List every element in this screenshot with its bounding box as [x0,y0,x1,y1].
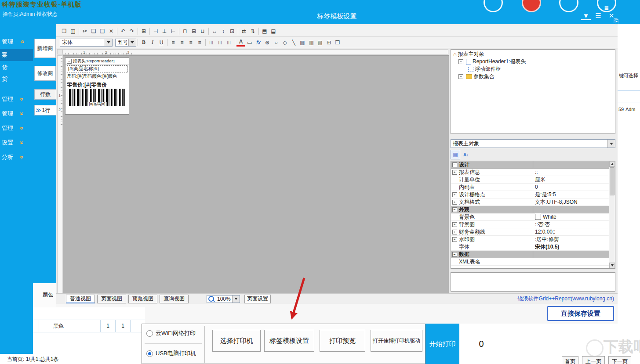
collapse-icon[interactable]: − [67,59,72,64]
radio-icon[interactable] [146,330,153,337]
expand-icon[interactable]: + [452,170,457,175]
sidebar-item-manage-4[interactable]: 管理 » [0,123,33,134]
select-printer-button[interactable]: 选择打印机 [212,330,261,352]
scrollbar-thumb[interactable] [610,167,615,195]
report-header-band[interactable]: − 报表头:ReportHeader1 [65,58,129,65]
tree-item-reportheader[interactable]: − ReportHeader1:报表头 [452,58,614,65]
function-icon[interactable]: fx [254,38,263,47]
underline-icon[interactable]: U [157,38,166,47]
sidebar-item-manage-2[interactable]: 管理 » [0,94,33,105]
bring-front-icon[interactable]: ⬒ [260,27,269,36]
save-icon[interactable]: ◫ [69,27,77,36]
tab-edit-item[interactable]: 修改商 [34,66,56,81]
object-selector[interactable]: 报表主对象 [451,139,615,148]
categorized-icon[interactable]: ▦ [451,150,460,159]
field-retail-price[interactable]: 零售价:[#{零售价 [67,81,128,89]
text-align-center-icon[interactable]: ≡ [178,38,186,47]
prop-category-data[interactable]: − 数据 [451,251,609,258]
expand-icon[interactable]: + [452,200,457,205]
barcode-icon[interactable]: ▥ [307,38,316,47]
next-page-button[interactable]: 下一页 [608,356,631,364]
tree-item-parameters[interactable]: + 参数集合 [452,73,614,80]
table-cell-color[interactable]: 黑色 [39,320,100,332]
font-family-select[interactable]: 宋体 [60,39,113,47]
design-canvas[interactable]: − 报表头:ReportHeader1 [#{商品名称}#] 尺码:[#{尺码颜… [63,55,449,294]
image-icon[interactable]: ▨ [298,38,307,47]
same-width-icon[interactable]: ↔ [210,27,219,36]
prop-row-reportinfo[interactable]: + 报表信息 :: [451,169,609,176]
line-spacing-2-icon[interactable]: ||| [216,38,225,47]
component-icon[interactable]: ❒ [333,38,342,47]
italic-icon[interactable]: I [148,38,157,47]
chevron-down-icon[interactable]: » [18,112,25,115]
field-product-name[interactable]: [#{商品名称}#] [67,65,127,72]
line-spacing-3-icon[interactable]: ||| [225,38,233,47]
grid-icon[interactable]: ⊞ [139,27,148,36]
dropdown-arrow-icon[interactable] [232,296,240,303]
collapse-icon[interactable]: − [452,252,457,257]
alert-icon[interactable] [522,0,541,12]
tree-root[interactable]: ⌂ 报表主对象 [452,50,614,58]
chevron-down-icon[interactable]: » [18,126,25,130]
cut-icon[interactable]: ✂ [80,27,89,36]
sidebar-item-manage-1[interactable]: 管理 » [0,36,33,47]
expand-icon[interactable]: + [452,230,457,234]
page-setup-button[interactable]: 页面设置 [244,295,271,303]
expand-icon[interactable]: + [458,74,463,79]
barcode-element[interactable]: [#{条码}#] [68,89,127,106]
send-back-icon[interactable]: ⬓ [269,27,278,36]
prop-row-unit[interactable]: 计量单位 厘米 [451,176,609,184]
scroll-down-icon[interactable] [609,263,615,268]
tab-normal-view[interactable]: 普通视图 [66,295,95,303]
delete-icon[interactable]: ✕ [107,27,116,36]
sidebar-item-selected[interactable]: 案 [0,49,33,61]
align-left-icon[interactable]: ⊣ [151,27,160,36]
tab-new-item[interactable]: 新增商 [34,39,56,58]
save-settings-button[interactable]: 直接保存设置 [547,306,614,321]
radio-usb-print[interactable]: USB电脑打印机 [146,350,196,357]
first-page-button[interactable]: 首页 [562,356,578,364]
member-icon[interactable] [484,0,503,12]
tree-item-floatframe[interactable]: 浮动部件框 [452,65,614,73]
chevron-down-icon[interactable]: » [18,141,25,144]
prop-row-docformat[interactable]: + 文档格式 文本:UTF-8;JSON [451,198,609,206]
expand-icon[interactable]: + [452,192,457,197]
table-cell-qty2[interactable]: 1 [116,320,130,332]
text-align-right-icon[interactable]: ≡ [186,38,195,47]
undo-icon[interactable]: ↶ [119,27,127,36]
scrollbar[interactable] [609,161,615,268]
chart-icon[interactable]: ▧ [316,38,324,47]
ellipse-icon[interactable]: ○ [272,38,280,47]
text-align-left-icon[interactable]: ≡ [169,38,178,47]
chevron-down-icon[interactable]: » [18,97,25,101]
font-color-icon[interactable]: A [236,39,245,47]
chevron-up-icon[interactable]: » [18,40,25,43]
prop-row-gridpoints[interactable]: + 设计栅格点 是:是:5:5 [451,191,609,198]
sidebar-item-settings[interactable]: 设置 » [0,137,33,148]
same-height-icon[interactable]: ↕ [219,27,228,36]
expand-icon[interactable]: + [452,237,457,242]
prop-row-font[interactable]: 字体 宋体(10.5) [451,243,609,251]
collapse-icon[interactable]: − [452,207,457,212]
print-preview-button[interactable]: 打印预览 [320,330,365,352]
line-spacing-1-icon[interactable]: ||| [207,38,216,47]
shape-icon[interactable]: ◇ [280,38,289,47]
space-horizontal-icon[interactable]: ⇄ [240,27,248,36]
line-icon[interactable]: ╲ [289,38,298,47]
filter-icon[interactable]: ▼ [581,12,591,20]
scroll-up-icon[interactable] [609,161,615,167]
same-size-icon[interactable]: ⊡ [228,27,236,36]
prop-row-backcolor[interactable]: 背景色 White [451,213,609,221]
prop-category-appearance[interactable]: − 外观 [451,206,609,213]
align-center-icon[interactable]: ⊥ [160,27,169,36]
text-align-justify-icon[interactable]: ≡ [195,38,204,47]
table-cell-qty1[interactable]: 1 [101,320,115,332]
font-size-select[interactable]: 五号 [115,39,136,47]
start-print-button[interactable]: 开始打印 [425,324,459,364]
field-size-color[interactable]: 尺码:[#{尺码颜色:[#{颜色 [67,73,128,79]
report-icon[interactable]: ≣ [597,0,616,12]
prop-row-xmltable[interactable]: XML表名 [451,258,609,266]
help-icon[interactable] [559,0,578,12]
align-top-icon[interactable]: ⊓ [181,27,189,36]
dropdown-arrow-icon[interactable] [105,39,112,46]
